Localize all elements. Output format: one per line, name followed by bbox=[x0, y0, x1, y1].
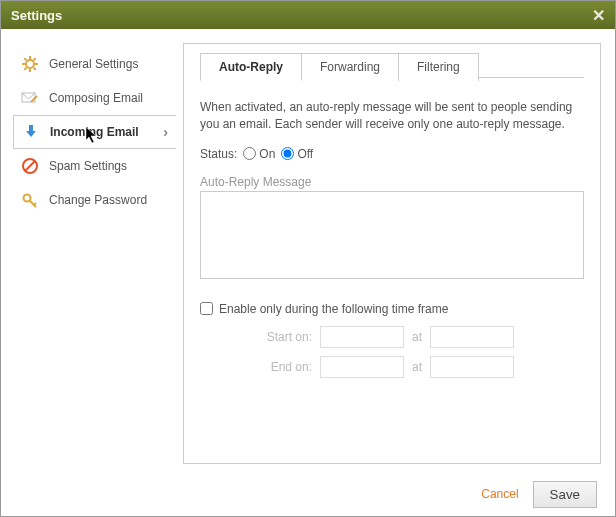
enable-timeframe-label: Enable only during the following time fr… bbox=[219, 302, 448, 316]
window-title: Settings bbox=[11, 8, 62, 23]
start-on-row: Start on: at bbox=[200, 326, 584, 348]
start-date-input bbox=[320, 326, 404, 348]
auto-reply-description: When activated, an auto-reply message wi… bbox=[200, 99, 584, 133]
sidebar-item-general-settings[interactable]: General Settings bbox=[13, 47, 175, 81]
titlebar: Settings ✕ bbox=[1, 1, 615, 29]
svg-point-0 bbox=[26, 60, 34, 68]
status-off-option[interactable]: Off bbox=[281, 147, 313, 161]
svg-line-14 bbox=[25, 161, 35, 171]
end-date-input bbox=[320, 356, 404, 378]
svg-point-15 bbox=[24, 195, 31, 202]
sidebar-item-change-password[interactable]: Change Password bbox=[13, 183, 175, 217]
sidebar-item-incoming-email[interactable]: Incoming Email bbox=[13, 115, 176, 149]
status-label: Status: bbox=[200, 147, 237, 161]
save-button[interactable]: Save bbox=[533, 481, 597, 508]
content-panel: Auto-Reply Forwarding Filtering When act… bbox=[183, 43, 601, 464]
sidebar-item-label: Composing Email bbox=[49, 91, 143, 105]
end-on-label: End on: bbox=[200, 360, 312, 374]
start-on-label: Start on: bbox=[200, 330, 312, 344]
sidebar: General Settings Composing Email Incomin… bbox=[1, 43, 175, 464]
status-on-option[interactable]: On bbox=[243, 147, 275, 161]
sidebar-item-label: Incoming Email bbox=[50, 125, 139, 139]
svg-line-5 bbox=[24, 58, 26, 60]
footer: Cancel Save bbox=[1, 472, 615, 516]
sidebar-item-label: Change Password bbox=[49, 193, 147, 207]
sidebar-item-composing-email[interactable]: Composing Email bbox=[13, 81, 175, 115]
tab-auto-reply[interactable]: Auto-Reply bbox=[200, 53, 302, 81]
timeframe-section: Enable only during the following time fr… bbox=[200, 302, 584, 378]
svg-line-6 bbox=[34, 68, 36, 70]
tabs: Auto-Reply Forwarding Filtering bbox=[200, 53, 584, 81]
end-on-row: End on: at bbox=[200, 356, 584, 378]
compose-icon bbox=[21, 89, 39, 107]
end-time-input bbox=[430, 356, 514, 378]
key-icon bbox=[21, 191, 39, 209]
download-arrow-icon bbox=[22, 123, 40, 141]
settings-dialog: Settings ✕ General Settings Composing Em… bbox=[0, 0, 616, 517]
status-off-radio[interactable] bbox=[281, 147, 294, 160]
start-time-input bbox=[430, 326, 514, 348]
block-icon bbox=[21, 157, 39, 175]
message-label: Auto-Reply Message bbox=[200, 175, 584, 189]
tab-filtering[interactable]: Filtering bbox=[398, 53, 479, 81]
status-on-radio[interactable] bbox=[243, 147, 256, 160]
status-off-label: Off bbox=[297, 147, 313, 161]
sidebar-item-label: General Settings bbox=[49, 57, 138, 71]
enable-timeframe-checkbox[interactable] bbox=[200, 302, 213, 315]
gear-icon bbox=[21, 55, 39, 73]
tab-forwarding[interactable]: Forwarding bbox=[301, 53, 399, 81]
status-row: Status: On Off bbox=[200, 147, 584, 161]
enable-timeframe-option[interactable]: Enable only during the following time fr… bbox=[200, 302, 584, 316]
svg-line-8 bbox=[24, 68, 26, 70]
auto-reply-message-input[interactable] bbox=[200, 191, 584, 279]
tab-body-auto-reply: When activated, an auto-reply message wi… bbox=[200, 81, 584, 378]
svg-line-17 bbox=[34, 203, 36, 205]
status-on-label: On bbox=[259, 147, 275, 161]
close-icon[interactable]: ✕ bbox=[592, 6, 605, 25]
cancel-button[interactable]: Cancel bbox=[481, 487, 518, 501]
at-label: at bbox=[412, 330, 422, 344]
at-label: at bbox=[412, 360, 422, 374]
svg-line-7 bbox=[34, 58, 36, 60]
sidebar-item-spam-settings[interactable]: Spam Settings bbox=[13, 149, 175, 183]
svg-marker-11 bbox=[26, 125, 36, 137]
sidebar-item-label: Spam Settings bbox=[49, 159, 127, 173]
